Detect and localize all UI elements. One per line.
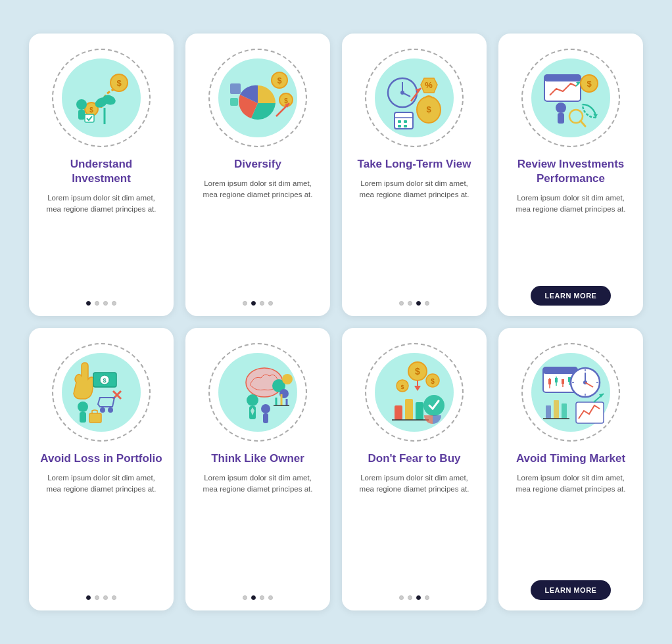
- card-body: Lorem ipsum dolor sit dim amet, mea regi…: [352, 472, 476, 587]
- svg-rect-41: [558, 113, 564, 124]
- card-body: Lorem ipsum dolor sit dim amet, mea regi…: [352, 178, 476, 293]
- svg-point-56: [282, 374, 293, 384]
- svg-rect-76: [405, 399, 413, 420]
- card-dont-fear-to-buy: $ $ $: [342, 328, 487, 610]
- svg-line-21: [402, 93, 410, 97]
- card-understand-investment: $ $ Understand Investment Lor: [29, 34, 174, 316]
- svg-rect-81: [543, 367, 577, 374]
- svg-rect-77: [416, 402, 423, 420]
- card-icon-area: % $: [362, 45, 467, 150]
- card-title: Think Like Owner: [211, 451, 304, 466]
- dot-1: [399, 301, 404, 306]
- dot-3: [416, 595, 421, 600]
- dot-4: [112, 595, 116, 600]
- card-title: Avoid Loss in Portfolio: [40, 451, 162, 466]
- dot-2: [95, 301, 99, 306]
- svg-text:$: $: [284, 97, 288, 104]
- svg-text:$: $: [400, 384, 404, 390]
- avoid-timing-market-icon: [528, 350, 613, 435]
- dot-3: [416, 301, 421, 306]
- card-body: Lorem ipsum dolor sit dim amet, mea regi…: [196, 178, 320, 293]
- cards-grid: $ $ Understand Investment Lor: [16, 20, 656, 624]
- card-think-like-owner: Think Like Owner Lorem ipsum dolor sit d…: [185, 328, 330, 610]
- card-title: Understand Investment: [39, 157, 163, 186]
- dots-indicator: [243, 595, 273, 600]
- svg-rect-30: [404, 120, 407, 123]
- card-avoid-loss: $ Avoid Loss in Portfolio Lo: [29, 328, 174, 610]
- svg-text:$: $: [103, 377, 106, 384]
- learn-more-button-2[interactable]: LEARN MORE: [531, 580, 612, 600]
- svg-rect-89: [562, 379, 564, 384]
- svg-rect-83: [548, 379, 551, 384]
- card-title: Diversify: [234, 157, 281, 172]
- svg-rect-15: [230, 98, 238, 106]
- svg-text:$: $: [587, 79, 592, 89]
- svg-text:$: $: [431, 378, 435, 385]
- svg-point-7: [76, 99, 87, 110]
- svg-rect-53: [89, 413, 101, 423]
- dot-3: [103, 301, 108, 306]
- svg-rect-50: [80, 412, 86, 423]
- svg-point-52: [108, 407, 113, 413]
- long-term-view-icon: % $: [372, 55, 457, 141]
- svg-rect-103: [546, 405, 551, 419]
- svg-text:$: $: [426, 104, 431, 114]
- card-icon-area: $ $ $: [362, 340, 467, 445]
- svg-rect-62: [263, 413, 268, 423]
- card-title: Review Investments Performance: [509, 157, 633, 186]
- card-title: Avoid Timing Market: [516, 451, 625, 466]
- dot-2: [251, 301, 256, 306]
- svg-rect-32: [404, 125, 407, 127]
- card-icon-area: [205, 340, 310, 445]
- svg-rect-34: [544, 75, 581, 81]
- think-like-owner-icon: [215, 350, 300, 435]
- dot-1: [243, 301, 247, 306]
- card-body: Lorem ipsum dolor sit dim amet, mea regi…: [509, 193, 633, 278]
- dot-4: [425, 595, 429, 600]
- dot-3: [260, 595, 264, 600]
- card-body: Lorem ipsum dolor sit dim amet, mea regi…: [39, 472, 163, 587]
- svg-rect-31: [398, 125, 401, 127]
- learn-more-button[interactable]: LEARN MORE: [531, 286, 612, 306]
- svg-point-61: [261, 404, 270, 413]
- svg-point-49: [78, 402, 88, 412]
- card-review-investments: $ Review Investments Performance Lorem i…: [498, 34, 643, 316]
- svg-rect-9: [85, 114, 94, 122]
- dots-indicator: [399, 301, 429, 306]
- card-body: Lorem ipsum dolor sit dim amet, mea regi…: [509, 472, 633, 572]
- dot-1: [399, 595, 404, 600]
- svg-text:$: $: [277, 76, 282, 85]
- dot-4: [268, 595, 273, 600]
- svg-rect-8: [78, 110, 85, 120]
- dots-indicator: [399, 595, 429, 600]
- dot-4: [112, 301, 116, 306]
- svg-rect-75: [395, 405, 402, 420]
- card-icon-area: $: [49, 340, 154, 445]
- dots-indicator: [243, 301, 273, 306]
- card-title: Don't Fear to Buy: [368, 451, 461, 466]
- card-title: Take Long-Term View: [358, 157, 471, 172]
- dot-4: [425, 301, 429, 306]
- dot-2: [95, 595, 99, 600]
- svg-rect-14: [230, 83, 241, 94]
- dot-1: [86, 301, 91, 306]
- dots-indicator: [86, 301, 116, 306]
- card-body: Lorem ipsum dolor sit dim amet, mea regi…: [39, 193, 163, 293]
- dot-3: [103, 595, 108, 600]
- dot-2: [408, 301, 412, 306]
- dont-fear-icon: $ $ $: [372, 350, 457, 435]
- svg-text:$: $: [415, 366, 420, 377]
- svg-point-51: [100, 407, 105, 413]
- dot-1: [86, 595, 91, 600]
- card-body: Lorem ipsum dolor sit dim amet, mea regi…: [196, 472, 320, 587]
- card-icon-area: $: [518, 45, 623, 150]
- card-take-long-term-view: % $ Take Long-Term Vie: [342, 34, 487, 316]
- svg-line-43: [581, 121, 585, 126]
- dot-1: [243, 595, 247, 600]
- svg-rect-29: [398, 120, 401, 123]
- card-diversify: $ $ Diversify Lorem ipsum dolor sit dim …: [185, 34, 330, 316]
- svg-text:$: $: [89, 106, 93, 114]
- card-icon-area: [518, 340, 623, 445]
- svg-rect-105: [562, 403, 567, 419]
- avoid-loss-icon: $: [59, 350, 144, 435]
